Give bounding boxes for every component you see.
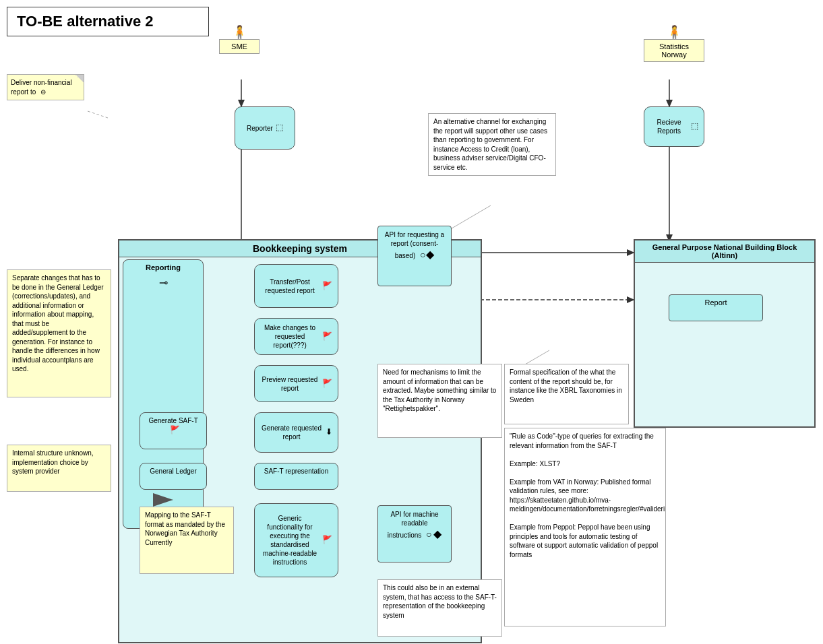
make-changes-icon: 🚩 xyxy=(322,331,332,342)
statistics-stick-figure: 🧍 xyxy=(666,26,683,39)
join-symbol xyxy=(153,493,173,508)
mapping-note: Mapping to the SAF-T format as mandated … xyxy=(140,507,234,574)
generate-requested-activity: Generate requested report ⬇ xyxy=(254,412,338,453)
generate-requested-icon: ⬇ xyxy=(326,427,332,438)
internal-structure-text: Internal structure unknown, implementati… xyxy=(12,449,94,475)
generic-functionality-activity: Generic functionality for executing the … xyxy=(254,503,338,577)
receive-icon: ⬚ xyxy=(691,121,698,132)
formal-spec-note: Formal specification of the what the con… xyxy=(504,364,629,424)
preview-activity: Preview requested report 🚩 xyxy=(254,365,338,402)
alternative-channel-note: An alternative channel for exchanging th… xyxy=(428,113,556,176)
transfer-icon: 🚩 xyxy=(322,281,332,292)
sme-stick-figure: 🧍 xyxy=(231,26,248,39)
transfer-post-activity: Transfer/Post requested report 🚩 xyxy=(254,264,338,308)
statistics-norway-label: Statistics Norway xyxy=(644,39,704,62)
api-request-diamond: ◆ xyxy=(426,249,434,260)
svg-marker-24 xyxy=(153,493,173,507)
saft-rep-label: SAF-T representation xyxy=(264,468,328,475)
generate-saft-icon: 🚩 xyxy=(170,425,180,434)
reporting-lane-label: Reporting xyxy=(123,260,203,275)
api-request-lollipop: ○ xyxy=(420,249,425,260)
reporter-activity: Reporter ⬚ xyxy=(235,106,295,150)
report-label: Report xyxy=(704,298,727,307)
separate-changes-text: Separate changes that has to be done in … xyxy=(12,274,104,373)
reporter-icon: ⬚ xyxy=(276,123,283,133)
mapping-note-text: Mapping to the SAF-T format as mandated … xyxy=(145,511,225,546)
generic-func-icon: 🚩 xyxy=(322,535,332,546)
api-request-label: API for requesting a report (consent-bas… xyxy=(385,231,444,259)
preview-label: Preview requested report xyxy=(260,375,319,393)
svg-line-19 xyxy=(445,205,491,232)
api-machine-box: API for machine readable instructions ○ … xyxy=(377,505,452,562)
api-machine-diamond: ◆ xyxy=(433,528,441,540)
api-request-box: API for requesting a report (consent-bas… xyxy=(377,226,452,286)
statistics-norway-actor: 🧍 Statistics Norway xyxy=(644,26,704,62)
general-purpose-label: General Purpose National Building Block … xyxy=(635,240,814,263)
api-machine-lollipop: ○ xyxy=(426,529,431,540)
need-mechanisms-text: Need for mechanisms to limit the amount … xyxy=(383,368,496,412)
transfer-post-label: Transfer/Post requested report xyxy=(260,278,319,295)
generate-saft-label: Generate SAF-T xyxy=(148,417,197,424)
separate-changes-note: Separate changes that has to be done in … xyxy=(7,269,111,397)
receive-reports-label: Recieve Reports xyxy=(650,118,688,135)
general-ledger-box: General Ledger xyxy=(140,463,207,490)
generic-func-label: Generic functionality for executing the … xyxy=(260,514,319,567)
internal-structure-note: Internal structure unknown, implementati… xyxy=(7,445,111,492)
general-ledger-label: General Ledger xyxy=(150,468,197,475)
rule-as-code-note: "Rule as Code"-type of queries for extra… xyxy=(504,428,666,626)
make-changes-label: Make changes to requested report(???) xyxy=(260,323,319,350)
diagram-title: TO-BE alternative 2 xyxy=(7,7,209,36)
alternative-channel-text: An alternative channel for exchanging th… xyxy=(433,118,547,171)
formal-spec-text: Formal specification of the what the con… xyxy=(510,368,622,404)
receive-reports-activity: Recieve Reports ⬚ xyxy=(644,106,704,147)
generate-saft-activity: Generate SAF-T 🚩 xyxy=(140,412,207,449)
preview-icon: 🚩 xyxy=(322,379,332,389)
generate-requested-label: Generate requested report xyxy=(260,424,323,441)
make-changes-activity: Make changes to requested report(???) 🚩 xyxy=(254,318,338,355)
reporter-label: Reporter xyxy=(247,124,273,133)
deliver-note: Deliver non-financial report to ⊖ xyxy=(7,74,84,100)
report-box: Report xyxy=(669,294,763,321)
general-purpose-pool: General Purpose National Building Block … xyxy=(634,239,816,428)
need-mechanisms-note: Need for mechanisms to limit the amount … xyxy=(377,364,502,438)
sme-label: SME xyxy=(219,39,260,54)
this-could-also-text: This could also be in an external system… xyxy=(383,584,497,619)
saft-representation-box: SAF-T representation xyxy=(254,463,338,490)
svg-line-18 xyxy=(88,111,108,118)
reporting-lollipop: ⊸ xyxy=(123,276,203,289)
rule-as-code-text: "Rule as Code"-type of queries for extra… xyxy=(510,432,666,558)
sme-actor: 🧍 SME xyxy=(219,26,260,54)
this-could-also-note: This could also be in an external system… xyxy=(377,579,502,637)
